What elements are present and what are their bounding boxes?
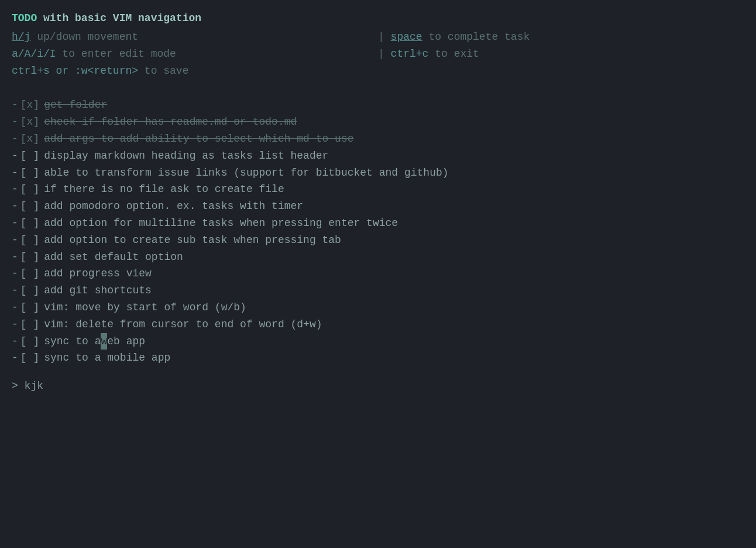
task-item: - [ ] add option to create sub task when…: [12, 232, 744, 249]
task-item-sync-web: - [ ] sync to a web app: [12, 333, 744, 350]
cursor: w: [101, 333, 107, 350]
command-text: kjk: [25, 380, 43, 392]
command-line: > kjk: [12, 378, 744, 394]
help-line-ctrl-c: | ctrl+c to exit: [378, 46, 744, 63]
help-line-hj: h/j up/down movement: [12, 29, 378, 46]
task-item: - [ ] add git shortcuts: [12, 282, 744, 299]
help-section: h/j up/down movement a/A/i/I to enter ed…: [12, 29, 744, 79]
task-item: - [x] add args to add ability to select …: [12, 131, 744, 148]
task-item: - [x] get folder: [12, 97, 744, 114]
task-item: - [ ] add option for multiline tasks whe…: [12, 215, 744, 232]
page-title: TODO with basic VIM navigation: [12, 11, 744, 26]
task-item: - [ ] display markdown heading as tasks …: [12, 148, 744, 165]
task-item: - [ ] add set default option: [12, 249, 744, 266]
help-line-space: | space to complete task: [378, 29, 744, 46]
command-prompt: >: [12, 380, 25, 392]
help-left: h/j up/down movement a/A/i/I to enter ed…: [12, 29, 378, 79]
todo-keyword: TODO: [12, 12, 37, 24]
task-item: - [ ] vim: delete from cursor to end of …: [12, 316, 744, 333]
help-line-save: ctrl+s or :w<return> to save: [12, 63, 378, 80]
task-item: - [ ] add progress view: [12, 265, 744, 282]
title-rest: with basic VIM navigation: [37, 12, 201, 24]
task-item: - [ ] able to transform issue links (sup…: [12, 165, 744, 181]
task-item: - [ ] add pomodoro option. ex. tasks wit…: [12, 198, 744, 215]
task-list: - [x] get folder - [x] check if folder h…: [12, 97, 744, 367]
help-line-insert: a/A/i/I to enter edit mode: [12, 46, 378, 63]
task-item: - [x] check if folder has readme.md or t…: [12, 114, 744, 131]
help-right: | space to complete task | ctrl+c to exi…: [378, 29, 744, 79]
task-item: - [ ] sync to a mobile app: [12, 350, 744, 367]
task-item: - [ ] if there is no file ask to create …: [12, 181, 744, 198]
task-item: - [ ] vim: move by start of word (w/b): [12, 299, 744, 316]
